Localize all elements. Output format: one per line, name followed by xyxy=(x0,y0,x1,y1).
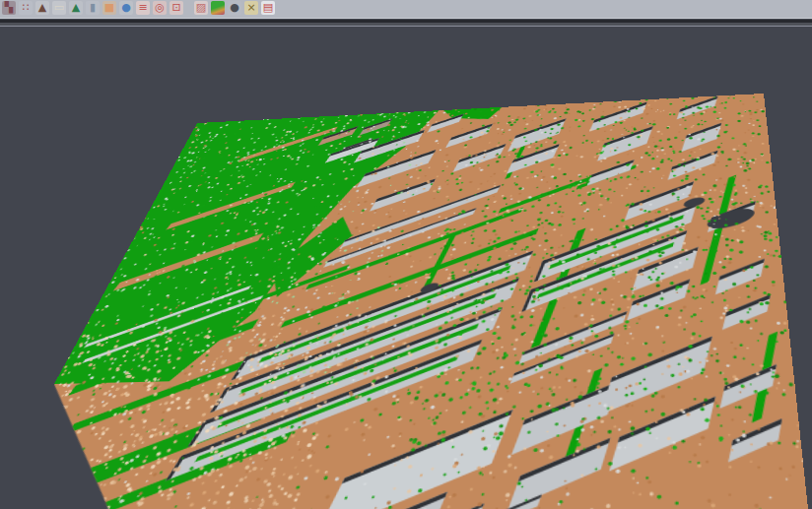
application-window: ▚∷▲▭▲▮■●≡◎⊡▨●×▤ xyxy=(0,0,812,509)
classified-map-icon[interactable] xyxy=(211,1,225,15)
scatter-points-icon[interactable]: ∷ xyxy=(19,1,33,15)
main-toolbar: ▚∷▲▭▲▮■●≡◎⊡▨●×▤ xyxy=(0,0,812,19)
globe-icon[interactable]: ● xyxy=(119,1,133,15)
target-circle-icon[interactable]: ◎ xyxy=(153,1,167,15)
point-cloud-tile xyxy=(0,94,812,509)
striped-flag-icon[interactable]: ▤ xyxy=(261,1,275,15)
render-viewport-3d[interactable] xyxy=(0,27,812,509)
classified-point-cloud xyxy=(0,94,812,509)
orange-tile-icon[interactable]: ■ xyxy=(102,1,116,15)
terrain-mountain-icon[interactable]: ▲ xyxy=(35,1,49,15)
column-ruler-icon[interactable]: ▮ xyxy=(86,1,100,15)
point-cloud-render xyxy=(0,94,812,509)
scissors-icon[interactable]: × xyxy=(244,1,258,15)
green-hill-icon[interactable]: ▲ xyxy=(69,1,83,15)
ghost-window-icon[interactable]: ▭ xyxy=(52,1,66,15)
classification-palette-icon[interactable]: ▚ xyxy=(2,1,16,15)
extent-brackets-icon[interactable]: ⊡ xyxy=(169,1,183,15)
red-list-icon[interactable]: ≡ xyxy=(136,1,150,15)
binoculars-icon[interactable]: ● xyxy=(228,1,241,15)
hatched-tile-icon[interactable]: ▨ xyxy=(194,1,208,15)
